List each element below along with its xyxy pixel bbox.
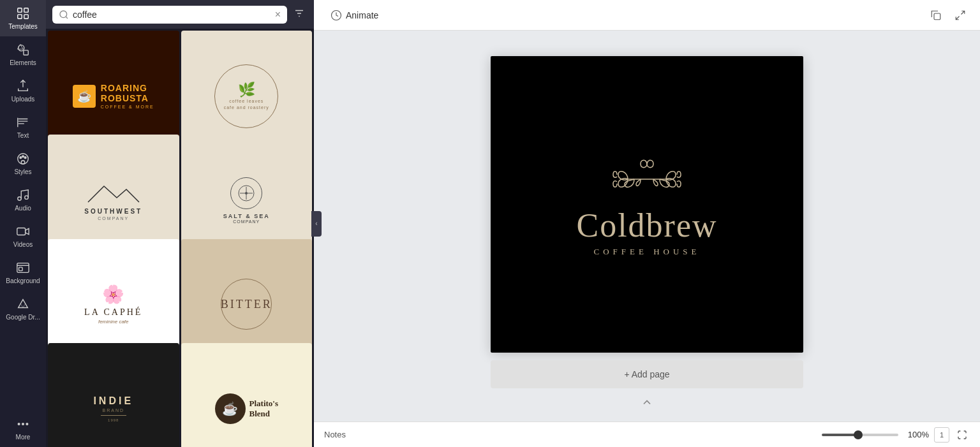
coldbrew-ornament-svg [612,152,682,207]
duplicate-button[interactable] [926,6,946,25]
sidebar-item-uploads[interactable]: Uploads [0,73,46,109]
background-icon [16,261,30,275]
sidebar-item-label: Background [6,277,40,284]
zoom-controls: 100% 1 [822,427,970,443]
sidebar-item-label: More [16,434,31,441]
compass-icon [237,184,256,203]
music-icon [16,188,30,202]
sidebar-item-templates[interactable]: Templates [0,0,46,36]
fullscreen-button[interactable] [954,427,970,443]
svg-rect-28 [934,13,940,20]
collapse-panel-handle[interactable]: ‹ [311,211,322,237]
search-input-wrapper: × [52,6,287,24]
page-number: 1 [940,431,944,439]
clear-search-button[interactable]: × [275,10,281,20]
panels-container: × ☕ ROARING ROBUSTA COFFEE & MOR [46,0,980,447]
shapes-icon [16,43,30,57]
duplicate-icon [930,10,942,21]
southwest-mountain-svg [82,180,145,205]
sidebar-item-text[interactable]: Text [0,109,46,145]
sidebar-item-label: Google Dr... [6,314,40,321]
search-bar: × [46,0,314,29]
sidebar-item-more[interactable]: More [0,411,46,447]
filter-button[interactable] [291,5,308,24]
sidebar-item-elements[interactable]: Elements [0,36,46,73]
palette-icon [16,152,30,166]
grid-icon [16,6,30,20]
sidebar-item-google-drive[interactable]: Google Dr... [0,291,46,327]
template-grid: ☕ ROARING ROBUSTA COFFEE & MORE 🌿 coffee… [46,29,314,447]
svg-point-8 [20,157,22,159]
templates-panel: × ☕ ROARING ROBUSTA COFFEE & MOR [46,0,314,447]
svg-point-7 [18,154,29,165]
template-card-platitos[interactable]: ☕ Platito's Blend [181,343,313,447]
svg-point-9 [22,156,24,158]
expand-icon [954,10,966,21]
svg-rect-5 [24,50,28,55]
search-input[interactable] [73,10,271,20]
svg-point-17 [22,423,24,425]
coldbrew-title: Coldbrew [576,207,717,244]
sidebar-item-label: Uploads [11,96,35,103]
notes-bar: Notes 100% 1 [314,421,980,447]
zoom-slider[interactable] [822,434,898,436]
svg-point-18 [26,423,28,425]
search-icon [59,10,69,20]
svg-point-26 [245,192,248,194]
sidebar-item-label: Audio [15,205,31,212]
svg-rect-15 [19,267,22,271]
notes-collapse[interactable] [491,396,803,409]
more-icon [16,417,30,431]
svg-point-16 [18,423,20,425]
animate-icon [330,10,342,21]
svg-point-11 [18,197,22,201]
svg-point-12 [25,196,29,200]
filter-icon [293,8,305,19]
animate-button[interactable]: Animate [324,6,385,25]
sidebar-item-styles[interactable]: Styles [0,145,46,182]
svg-rect-0 [18,8,22,12]
animate-label: Animate [346,10,378,20]
toolbar-right [926,6,970,25]
svg-rect-1 [24,8,28,12]
svg-rect-13 [17,228,26,235]
svg-rect-2 [18,15,22,18]
svg-point-19 [60,11,67,18]
sidebar-item-label: Videos [13,241,33,248]
add-page-button[interactable]: + Add page [491,360,803,388]
fullscreen-icon [957,430,967,440]
expand-button[interactable] [951,6,970,25]
canvas-scroll[interactable]: Coldbrew COFFEE HOUSE + Add page [314,31,980,421]
sidebar-item-videos[interactable]: Videos [0,218,46,254]
page-indicator[interactable]: 1 [934,427,949,443]
sidebar-item-label: Styles [14,168,31,175]
drive-icon [16,297,30,311]
chevron-up-icon [641,396,653,409]
sidebar-item-background[interactable]: Background [0,254,46,291]
upload-icon [16,79,30,93]
sidebar-item-label: Templates [8,23,38,30]
coldbrew-subtitle: COFFEE HOUSE [594,247,701,257]
sidebar-item-audio[interactable]: Audio [0,182,46,218]
sidebar-item-label: Text [17,132,29,139]
sidebar-item-label: Elements [10,59,36,66]
zoom-percent: 100% [903,430,929,439]
add-page-label: + Add page [624,369,669,379]
video-icon [16,224,30,238]
svg-point-10 [24,157,26,159]
sidebar: Templates Elements Uploads Text [0,0,46,447]
canvas-area: Animate [314,0,980,447]
template-card-indie[interactable]: INDIE BRAND 1998 [48,343,179,447]
text-icon [16,115,30,129]
svg-rect-3 [24,15,28,18]
notes-label: Notes [324,430,346,439]
canvas-page[interactable]: Coldbrew COFFEE HOUSE [491,56,803,353]
canvas-toolbar: Animate [314,0,980,31]
